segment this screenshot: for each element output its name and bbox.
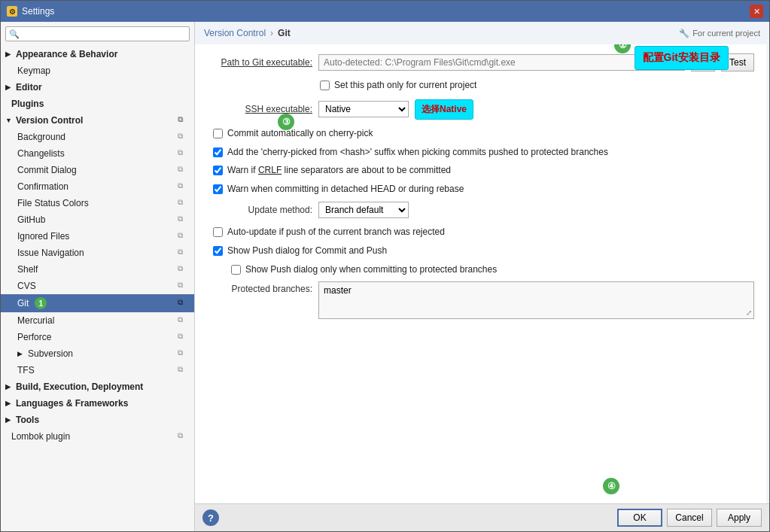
warn-crlf-row: Warn if CRLF line separators are about t…: [207, 164, 754, 177]
sidebar-item-label: Background: [17, 132, 65, 142]
sidebar-item-cvs[interactable]: CVS ⧉: [1, 278, 194, 294]
search-box[interactable]: 🔍: [5, 26, 190, 41]
sidebar-item-subversion[interactable]: ▶ Subversion ⧉: [1, 345, 194, 362]
warn-crlf-text-1: Warn if: [227, 165, 258, 175]
sidebar-item-lombok[interactable]: Lombok plugin ⧉: [1, 428, 194, 445]
sidebar-item-label: TFS: [17, 365, 35, 375]
apply-button[interactable]: Apply: [717, 509, 762, 527]
add-cherry-checkbox[interactable]: [213, 147, 223, 157]
add-cherry-row: Add the 'cherry-picked from <hash>' suff…: [207, 146, 754, 159]
copy-icon: ⧉: [178, 365, 188, 375]
help-button[interactable]: ?: [202, 509, 219, 526]
path-input[interactable]: [318, 54, 685, 71]
show-push-protected-row: Show Push dialog only when committing to…: [207, 263, 754, 276]
sidebar-item-label: Mercurial: [17, 315, 54, 326]
copy-icon: ⧉: [178, 181, 188, 192]
sidebar-item-shelf[interactable]: Shelf ⧉: [1, 261, 194, 278]
sidebar-item-label: Perforce: [17, 332, 51, 342]
close-button[interactable]: ✕: [750, 5, 763, 18]
settings-window: ⚙ Settings ✕ 🔍 ▶ Appearance & Behavior K…: [0, 0, 770, 532]
copy-icon: ⧉: [178, 248, 188, 258]
project-label: For current project: [692, 29, 760, 38]
search-icon: 🔍: [9, 29, 20, 39]
sidebar-item-languages[interactable]: ▶ Languages & Frameworks: [1, 395, 194, 412]
sidebar-item-appearance[interactable]: ▶ Appearance & Behavior: [1, 46, 194, 62]
expand-arrow: ▼: [5, 117, 13, 124]
auto-update-checkbox[interactable]: [213, 227, 223, 237]
sidebar-item-label: Build, Execution, Deployment: [16, 382, 143, 392]
sidebar-item-label: Plugins: [11, 99, 44, 109]
sidebar-item-perforce[interactable]: Perforce ⧉: [1, 329, 194, 345]
warn-crlf-label[interactable]: Warn if CRLF line separators are about t…: [227, 164, 451, 177]
annotation-badge-3: ③: [278, 114, 294, 130]
show-push-label[interactable]: Show Push dialog for Commit and Push: [227, 245, 387, 257]
sidebar-item-ignored[interactable]: Ignored Files ⧉: [1, 228, 194, 245]
commit-cherry-label[interactable]: Commit automatically on cherry-pick: [227, 127, 373, 140]
sidebar-item-label: Shelf: [17, 264, 38, 275]
copy-icon: ⧉: [178, 148, 188, 159]
sidebar-item-tfs[interactable]: TFS ⧉: [1, 362, 194, 378]
warn-detached-checkbox[interactable]: [213, 184, 223, 194]
copy-icon: ⧉: [178, 132, 188, 142]
sidebar-tree: ▶ Appearance & Behavior Keymap ▶ Editor …: [1, 44, 194, 531]
show-push-protected-label[interactable]: Show Push dialog only when committing to…: [245, 263, 497, 276]
settings-content: ② 配置Git安装目录 Path to Git executable: ... …: [195, 44, 766, 503]
sidebar-item-changelists[interactable]: Changelists ⧉: [1, 145, 194, 162]
sidebar-item-editor[interactable]: ▶ Editor: [1, 79, 194, 96]
sidebar-item-label: File Status Colors: [17, 198, 89, 208]
set-path-checkbox[interactable]: [320, 81, 330, 90]
breadcrumb: Version Control › Git 🔧 For current proj…: [195, 22, 769, 44]
main-panel: Version Control › Git 🔧 For current proj…: [195, 22, 769, 531]
add-cherry-label[interactable]: Add the 'cherry-picked from <hash>' suff…: [227, 146, 608, 159]
show-push-checkbox[interactable]: [213, 246, 223, 256]
sidebar-item-issue-navigation[interactable]: Issue Navigation ⧉: [1, 245, 194, 261]
callout-git-dir: 配置Git安装目录: [635, 46, 729, 70]
show-push-protected-checkbox[interactable]: [231, 265, 241, 275]
breadcrumb-version-control[interactable]: Version Control: [204, 28, 266, 38]
search-input[interactable]: [22, 29, 186, 39]
project-icon: 🔧: [679, 29, 689, 38]
breadcrumb-separator: ›: [270, 28, 273, 38]
copy-icon: ⧉: [178, 431, 188, 442]
sidebar-item-label: Changelists: [17, 148, 65, 159]
sidebar-item-label: Subversion: [28, 348, 73, 359]
ok-button[interactable]: OK: [617, 509, 662, 527]
sidebar-item-mercurial[interactable]: Mercurial ⧉: [1, 312, 194, 329]
warn-detached-label[interactable]: Warn when committing in detached HEAD or…: [227, 183, 464, 196]
warn-detached-row: Warn when committing in detached HEAD or…: [207, 183, 754, 196]
copy-icon: ⧉: [178, 115, 188, 126]
sidebar-item-commit-dialog[interactable]: Commit Dialog ⧉: [1, 162, 194, 178]
protected-input[interactable]: master ⤢: [318, 281, 754, 319]
warn-crlf-checkbox[interactable]: [213, 166, 223, 175]
path-label: Path to Git executable:: [207, 57, 312, 68]
commit-cherry-checkbox[interactable]: [213, 129, 223, 138]
warn-crlf-crlf: CRLF: [258, 165, 282, 175]
expand-button[interactable]: ⤢: [746, 309, 752, 317]
sidebar-item-label: Editor: [16, 82, 42, 93]
sidebar-item-git[interactable]: Git 1 ⧉: [1, 294, 194, 312]
sidebar-item-build[interactable]: ▶ Build, Execution, Deployment: [1, 378, 194, 395]
sidebar-item-label: Appearance & Behavior: [16, 49, 117, 59]
ssh-dropdown[interactable]: Native Built-in: [318, 101, 409, 117]
show-push-row: Show Push dialog for Commit and Push: [207, 245, 754, 257]
sidebar: 🔍 ▶ Appearance & Behavior Keymap ▶ Edito…: [1, 22, 195, 531]
auto-update-label[interactable]: Auto-update if push of the current branc…: [227, 226, 445, 239]
expand-arrow: ▶: [5, 400, 13, 407]
cancel-button[interactable]: Cancel: [667, 509, 712, 527]
sidebar-item-file-status[interactable]: File Status Colors ⧉: [1, 195, 194, 211]
sidebar-item-tools[interactable]: ▶ Tools: [1, 412, 194, 428]
sidebar-item-github[interactable]: GitHub ⧉: [1, 211, 194, 228]
update-method-dropdown[interactable]: Branch default Merge Rebase: [318, 202, 409, 218]
copy-icon: ⧉: [178, 315, 188, 326]
set-path-label[interactable]: Set this path only for current project: [334, 79, 476, 92]
sidebar-item-keymap[interactable]: Keymap: [1, 62, 194, 79]
auto-update-row: Auto-update if push of the current branc…: [207, 226, 754, 239]
sidebar-item-background[interactable]: Background ⧉: [1, 129, 194, 145]
sidebar-item-version-control[interactable]: ▼ Version Control ⧉: [1, 112, 194, 129]
sidebar-item-plugins[interactable]: Plugins: [1, 96, 194, 112]
sidebar-item-label: GitHub: [17, 214, 45, 225]
copy-icon: ⧉: [178, 332, 188, 342]
sidebar-item-confirmation[interactable]: Confirmation ⧉: [1, 178, 194, 195]
annotation-badge-4: ④: [603, 478, 619, 494]
sidebar-item-label: Commit Dialog: [17, 165, 77, 175]
